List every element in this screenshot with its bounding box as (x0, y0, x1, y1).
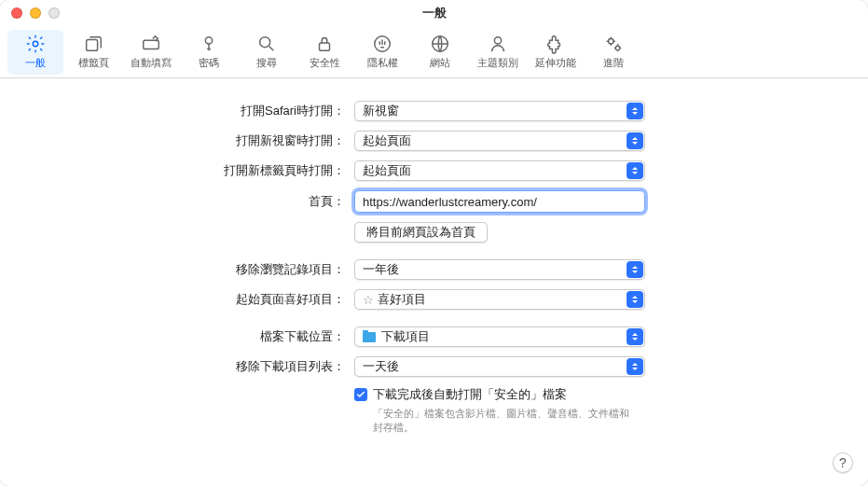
tab-passwords[interactable]: 密碼 (181, 30, 237, 75)
chevron-updown-icon (627, 103, 643, 119)
tab-label: 隱私權 (367, 56, 398, 70)
tab-search[interactable]: 搜尋 (239, 30, 295, 75)
tab-label: 一般 (25, 56, 46, 70)
lock-icon (314, 34, 335, 54)
chevron-updown-icon (627, 291, 643, 308)
tab-privacy[interactable]: 隱私權 (354, 30, 410, 75)
svg-rect-2 (144, 40, 159, 49)
content-pane: 打開Safari時打開： 新視窗 打開新視窗時打開： 起始頁面 打開新標籤頁時打… (0, 78, 868, 464)
chevron-updown-icon (627, 162, 643, 179)
safe-files-help: 「安全的」檔案包含影片檔、圖片檔、聲音檔、文件檔和封存檔。 (373, 407, 634, 436)
favorites-label: 起始頁面喜好項目： (37, 291, 354, 308)
open-tab-label: 打開新標籤頁時打開： (37, 162, 354, 179)
chevron-updown-icon (627, 132, 643, 149)
tab-tabs[interactable]: 標籤頁 (65, 30, 121, 75)
homepage-field[interactable] (354, 190, 645, 213)
remove-downloads-label: 移除下載項目列表： (37, 358, 354, 375)
tab-advanced[interactable]: 進階 (586, 30, 641, 75)
preferences-window: 一般 一般 標籤頁 自動填寫 密碼 搜尋 安全性 隱私權 (0, 0, 868, 486)
toolbar: 一般 標籤頁 自動填寫 密碼 搜尋 安全性 隱私權 網站 (0, 26, 868, 78)
globe-icon (430, 34, 450, 54)
chevron-updown-icon (627, 358, 643, 375)
chevron-updown-icon (627, 328, 643, 345)
tab-label: 搜尋 (256, 56, 277, 70)
download-location-label: 檔案下載位置： (37, 328, 354, 345)
question-icon: ? (839, 455, 847, 470)
select-value: 下載項目 (381, 328, 430, 345)
select-value: 喜好項目 (378, 291, 426, 308)
check-icon (356, 390, 365, 399)
gear-icon (25, 34, 46, 54)
svg-rect-5 (320, 43, 330, 50)
chevron-updown-icon (627, 261, 643, 278)
star-icon: ☆ (363, 293, 374, 307)
folder-icon (363, 332, 376, 342)
tab-label: 自動填寫 (131, 56, 172, 70)
tab-label: 安全性 (310, 56, 340, 70)
help-button[interactable]: ? (833, 452, 853, 473)
download-location-select[interactable]: 下載項目 (354, 326, 645, 347)
homepage-label: 首頁： (37, 193, 354, 210)
set-current-page-button[interactable]: 將目前網頁設為首頁 (354, 222, 488, 243)
tabs-icon (83, 34, 103, 54)
remove-history-select[interactable]: 一年後 (354, 259, 645, 280)
pencil-icon (141, 34, 161, 54)
svg-point-9 (609, 39, 614, 45)
open-tab-select[interactable]: 起始頁面 (354, 160, 645, 181)
tab-autofill[interactable]: 自動填寫 (123, 30, 179, 75)
tab-label: 密碼 (199, 56, 219, 70)
svg-point-8 (494, 37, 501, 44)
remove-history-label: 移除瀏覽記錄項目： (37, 261, 354, 278)
svg-point-10 (615, 46, 620, 50)
favorites-select[interactable]: ☆ 喜好項目 (354, 289, 645, 310)
tab-label: 網站 (430, 56, 450, 70)
tab-label: 延伸功能 (535, 56, 576, 70)
tab-extensions[interactable]: 延伸功能 (528, 30, 584, 75)
select-value: 起始頁面 (363, 132, 411, 149)
tab-websites[interactable]: 網站 (412, 30, 468, 75)
puzzle-icon (545, 34, 566, 54)
titlebar: 一般 (0, 0, 868, 26)
tab-label: 主題類別 (477, 56, 518, 70)
window-title: 一般 (0, 5, 868, 21)
svg-point-4 (260, 37, 270, 48)
search-icon (256, 34, 277, 54)
open-window-select[interactable]: 起始頁面 (354, 131, 645, 151)
select-value: 新視窗 (363, 103, 399, 119)
open-safari-select[interactable]: 新視窗 (354, 101, 645, 121)
person-icon (488, 34, 508, 54)
tab-themes[interactable]: 主題類別 (470, 30, 526, 75)
hand-icon (372, 34, 393, 54)
tab-general[interactable]: 一般 (7, 30, 63, 75)
tab-label: 標籤頁 (78, 56, 109, 70)
svg-point-3 (205, 37, 212, 44)
gears-icon (603, 34, 624, 54)
svg-rect-1 (87, 39, 98, 50)
open-safari-label: 打開Safari時打開： (37, 103, 354, 119)
tab-security[interactable]: 安全性 (296, 30, 352, 75)
key-icon (199, 34, 219, 54)
select-value: 起始頁面 (363, 162, 411, 179)
safe-files-checkbox[interactable] (354, 388, 367, 401)
select-value: 一天後 (363, 358, 399, 375)
open-window-label: 打開新視窗時打開： (37, 132, 354, 149)
remove-downloads-select[interactable]: 一天後 (354, 356, 645, 377)
safe-files-label: 下載完成後自動打開「安全的」檔案 (373, 386, 567, 403)
svg-point-0 (33, 41, 38, 47)
tab-label: 進階 (603, 56, 624, 70)
select-value: 一年後 (363, 261, 399, 278)
